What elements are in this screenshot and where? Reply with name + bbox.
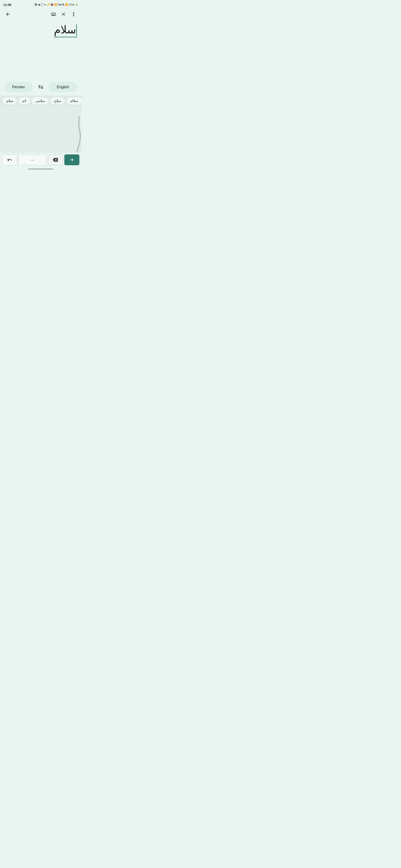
drawing-area[interactable] bbox=[0, 106, 82, 152]
backspace-icon bbox=[53, 157, 58, 162]
close-button[interactable] bbox=[59, 9, 68, 19]
suggestion-chip-1[interactable]: سلام bbox=[2, 97, 17, 104]
suggestions-strip: سلام لام سلامی سلاح سلاام ه bbox=[0, 96, 82, 106]
space-button[interactable]: — bbox=[18, 154, 47, 165]
svg-rect-1 bbox=[52, 13, 52, 14]
svg-point-12 bbox=[73, 15, 74, 16]
status-time: 11:56 bbox=[3, 3, 11, 6]
status-bar: 11:56 🖼 ◀ 💬 ● 🔑 🔇 📶 VoLTE 📶 57% 🔋 bbox=[0, 0, 82, 8]
space-icon: — bbox=[31, 158, 34, 162]
more-options-button[interactable] bbox=[69, 9, 78, 19]
home-indicator bbox=[0, 167, 82, 170]
svg-rect-4 bbox=[55, 13, 55, 14]
source-language-button[interactable]: Persian bbox=[4, 82, 33, 92]
key-icon: 🔑 bbox=[47, 3, 50, 6]
gallery-icon: 🖼 bbox=[34, 3, 37, 6]
undo-icon bbox=[7, 157, 12, 162]
suggestion-chip-4[interactable]: سلاح bbox=[50, 97, 65, 104]
svg-rect-3 bbox=[54, 13, 54, 14]
svg-rect-8 bbox=[55, 14, 55, 15]
handwriting-stroke bbox=[69, 113, 82, 152]
mute-icon: 🔇 bbox=[51, 3, 54, 6]
back-icon bbox=[5, 12, 10, 17]
dot-icon: ● bbox=[45, 3, 46, 6]
text-cursor bbox=[76, 24, 77, 36]
target-language-label: English bbox=[57, 85, 69, 89]
signal-icon: 📶 bbox=[65, 3, 68, 6]
keyboard-icon bbox=[51, 12, 56, 17]
nav-right-icons bbox=[49, 9, 78, 19]
svg-rect-6 bbox=[53, 14, 53, 15]
handwriting-text: سلام bbox=[54, 23, 77, 37]
enter-button[interactable] bbox=[64, 154, 79, 165]
source-language-label: Persian bbox=[12, 85, 25, 89]
svg-rect-2 bbox=[53, 13, 53, 14]
swap-icon bbox=[38, 85, 44, 89]
backspace-button[interactable] bbox=[48, 154, 63, 165]
suggestion-chip-2[interactable]: لام bbox=[19, 97, 30, 104]
lte-label: VoLTE bbox=[58, 4, 64, 6]
svg-rect-7 bbox=[54, 14, 54, 15]
stroke-svg bbox=[69, 113, 82, 152]
language-selector: Persian English bbox=[0, 79, 82, 96]
keyboard-button[interactable] bbox=[49, 9, 58, 19]
battery-icon: 🔋 bbox=[75, 3, 78, 6]
navigation-icon: ◀ bbox=[38, 3, 40, 6]
swap-languages-button[interactable] bbox=[36, 83, 45, 92]
back-button[interactable] bbox=[3, 9, 12, 19]
suggestion-chip-3[interactable]: سلامی bbox=[32, 97, 49, 104]
svg-rect-5 bbox=[52, 14, 52, 15]
close-icon bbox=[61, 12, 66, 17]
undo-button[interactable] bbox=[2, 154, 17, 165]
svg-rect-9 bbox=[52, 15, 55, 16]
status-icons: 🖼 ◀ 💬 ● 🔑 🔇 📶 VoLTE 📶 57% 🔋 bbox=[34, 3, 78, 6]
svg-point-10 bbox=[73, 12, 74, 13]
whatsapp-icon: 💬 bbox=[40, 3, 44, 6]
target-language-button[interactable]: English bbox=[49, 82, 77, 92]
svg-point-11 bbox=[73, 14, 74, 15]
wifi-icon: 📶 bbox=[54, 3, 57, 6]
keyboard-controls: — bbox=[0, 152, 82, 167]
suggestion-chip-5[interactable]: سلاام bbox=[66, 97, 82, 104]
battery-percent: 57% bbox=[69, 3, 74, 6]
enter-icon bbox=[69, 157, 74, 162]
home-bar bbox=[28, 168, 53, 169]
more-options-icon bbox=[73, 12, 74, 16]
input-area[interactable]: سلام bbox=[0, 20, 82, 79]
top-navigation bbox=[0, 8, 82, 20]
